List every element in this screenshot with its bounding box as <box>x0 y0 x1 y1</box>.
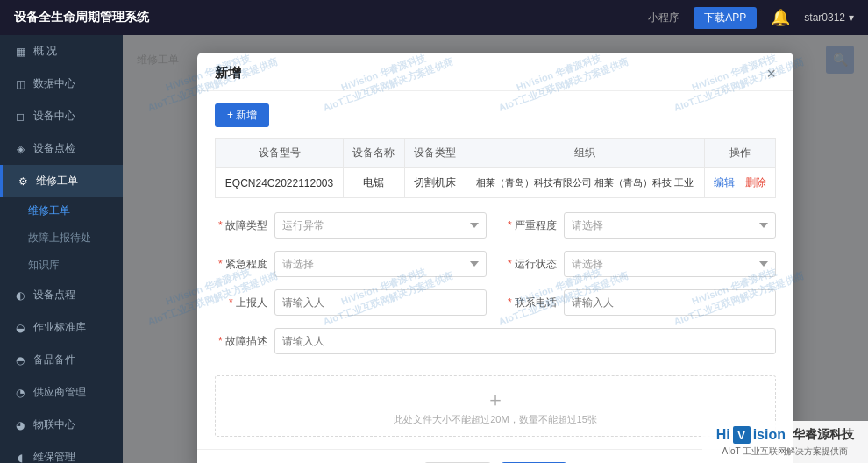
severity-label: 严重程度 <box>504 218 557 233</box>
sidebar-label-maintenance: 维修工单 <box>36 174 78 189</box>
topbar: 设备全生命周期管理系统 小程序 下载APP 🔔 star0312 ▾ <box>0 0 868 35</box>
brand-v-icon: V <box>733 426 751 444</box>
cell-name: 电锯 <box>344 168 405 198</box>
fault-desc-label: 故障描述 <box>215 334 267 349</box>
sidebar-label-spare-parts: 备品备件 <box>33 353 75 367</box>
fault-desc-input[interactable] <box>274 328 776 354</box>
edit-btn[interactable]: 编辑 <box>714 176 735 189</box>
col-type: 设备类型 <box>404 139 466 168</box>
delete-btn[interactable]: 删除 <box>745 176 766 189</box>
reporter-input[interactable] <box>274 289 487 316</box>
sidebar-item-device-center[interactable]: ◻ 设备中心 <box>0 100 123 132</box>
brand-logo: Hi V ision 华睿源科技 <box>716 426 854 444</box>
device-center-icon: ◻ <box>14 110 26 123</box>
modal-close-btn[interactable]: × <box>766 66 776 82</box>
spare-parts-icon: ◓ <box>14 354 26 367</box>
cell-actions: 编辑 删除 <box>704 168 775 198</box>
reporter-item: 上报人 <box>215 289 487 316</box>
reporter-label: 上报人 <box>215 296 267 310</box>
sidebar-label-overview: 概 况 <box>33 44 57 59</box>
sidebar-item-device-spot[interactable]: ◈ 设备点检 <box>0 132 123 165</box>
cell-type: 切割机床 <box>404 168 466 198</box>
sidebar-item-supplier[interactable]: ◔ 供应商管理 <box>0 376 123 409</box>
device-table: 设备型号 设备名称 设备类型 组织 操作 EQCN24C2022112003 电… <box>215 138 776 198</box>
sidebar-label-supplier: 供应商管理 <box>33 385 86 400</box>
sidebar-item-maintenance[interactable]: ⚙ 维修工单 <box>0 165 123 197</box>
bottom-logo-bar: Hi V ision 华睿源科技 AIoT 工业互联网解决方案提供商 <box>702 421 868 463</box>
upload-icon: ＋ <box>394 387 597 413</box>
sidebar-item-spare-parts[interactable]: ◓ 备品备件 <box>0 344 123 376</box>
brand-hi: Hi <box>716 427 730 443</box>
sidebar-subitem-knowledge[interactable]: 知识库 <box>28 252 123 279</box>
sidebar-label-data-center: 数据中心 <box>33 76 75 91</box>
modal-body: + 新增 设备型号 设备名称 设备类型 组织 操作 <box>197 91 793 449</box>
sidebar-sublabel-knowledge: 知识库 <box>28 259 60 271</box>
nav-link[interactable]: 小程序 <box>648 11 679 25</box>
form-section: 故障类型 运行异常 严重程度 请选择 <box>215 212 776 437</box>
col-name: 设备名称 <box>344 139 405 168</box>
brand-cn: 华睿源科技 <box>793 427 854 443</box>
upload-area[interactable]: ＋ 此处文件大小不能超过20M，数量不能超过15张 <box>215 375 776 437</box>
run-status-select[interactable]: 请选择 <box>564 251 776 277</box>
sidebar-submenu: 维修工单 故障上报待处 知识库 <box>0 197 123 279</box>
sidebar-sublabel-fault: 故障上报待处 <box>28 232 91 244</box>
modal-backdrop: 新增 × + 新增 设备型号 设备名称 设备类型 组 <box>123 35 868 463</box>
contact-item: 联系电话 <box>504 289 776 316</box>
device-spot-icon: ◈ <box>14 143 26 155</box>
severity-item: 严重程度 请选择 <box>504 212 776 239</box>
urgency-select[interactable]: 请选择 <box>274 251 487 277</box>
brand-vision: ision <box>753 427 786 443</box>
logistics-icon: ◕ <box>14 419 26 431</box>
data-center-icon: ◫ <box>14 78 26 90</box>
col-action: 操作 <box>704 139 775 168</box>
app-title: 设备全生命周期管理系统 <box>14 10 149 25</box>
sidebar-item-data-center[interactable]: ◫ 数据中心 <box>0 68 123 100</box>
fault-type-item: 故障类型 运行异常 <box>215 212 487 239</box>
supplier-icon: ◔ <box>14 387 26 399</box>
sidebar-label-logistics: 物联中心 <box>33 417 75 432</box>
sidebar-subitem-fault[interactable]: 故障上报待处 <box>28 224 123 252</box>
col-model: 设备型号 <box>216 139 344 168</box>
modal-title: 新增 <box>215 65 241 82</box>
topbar-right: 小程序 下载APP 🔔 star0312 ▾ <box>648 7 854 29</box>
brand-subtitle: AIoT 工业互联网解决方案提供商 <box>722 445 848 458</box>
sidebar-item-work-standard[interactable]: ◒ 作业标准库 <box>0 311 123 344</box>
maintenance-icon: ⚙ <box>17 175 29 188</box>
run-status-item: 运行状态 请选择 <box>504 251 776 277</box>
overview-icon: ▦ <box>14 46 26 58</box>
sidebar-sublabel-repair: 维修工单 <box>28 204 70 217</box>
urgency-item: 紧急程度 请选择 <box>215 251 487 277</box>
sidebar-label-device-archive: 设备点程 <box>33 288 75 303</box>
fault-desc-item: 故障描述 <box>215 328 776 354</box>
sidebar-label-device-center: 设备中心 <box>33 109 75 124</box>
sidebar-item-device-archive[interactable]: ◐ 设备点程 <box>0 279 123 311</box>
fault-type-select[interactable]: 运行异常 <box>274 212 487 239</box>
severity-select[interactable]: 请选择 <box>564 212 776 239</box>
sidebar-item-overview[interactable]: ▦ 概 况 <box>0 35 123 68</box>
sidebar-label-device-spot: 设备点检 <box>33 141 75 156</box>
upload-hint: 此处文件大小不能超过20M，数量不能超过15张 <box>394 413 597 426</box>
download-app-btn[interactable]: 下载APP <box>694 7 757 29</box>
user-menu[interactable]: star0312 ▾ <box>804 11 854 24</box>
sidebar-label-maint-mgmt: 维保管理 <box>33 450 75 463</box>
sidebar-item-logistics[interactable]: ◕ 物联中心 <box>0 409 123 441</box>
cell-model: EQCN24C2022112003 <box>216 168 344 198</box>
notification-icon[interactable]: 🔔 <box>771 8 790 27</box>
modal-dialog: 新增 × + 新增 设备型号 设备名称 设备类型 组 <box>197 53 793 463</box>
col-org: 组织 <box>466 139 704 168</box>
sidebar-subitem-repair[interactable]: 维修工单 <box>28 197 123 224</box>
fault-type-label: 故障类型 <box>215 218 267 233</box>
sidebar-label-work-standard: 作业标准库 <box>33 320 86 335</box>
contact-label: 联系电话 <box>504 296 557 310</box>
work-standard-icon: ◒ <box>14 322 26 334</box>
contact-input[interactable] <box>564 289 776 316</box>
urgency-label: 紧急程度 <box>215 257 267 272</box>
username: star0312 <box>804 11 845 24</box>
run-status-label: 运行状态 <box>504 257 557 272</box>
sidebar-item-maintenance-mgmt[interactable]: ◖ 维保管理 <box>0 441 123 463</box>
table-row: EQCN24C2022112003 电锯 切割机床 相莱（青岛）科技有限公司 相… <box>216 168 776 198</box>
content-area: 维修工单 🔍 新增 × + 新增 <box>123 35 868 463</box>
sidebar: ▦ 概 况 ◫ 数据中心 ◻ 设备中心 ◈ 设备点检 ⚙ 维修工单 维修工单 故… <box>0 35 123 463</box>
modal-header: 新增 × <box>197 53 793 91</box>
add-device-btn[interactable]: + 新增 <box>215 103 269 127</box>
